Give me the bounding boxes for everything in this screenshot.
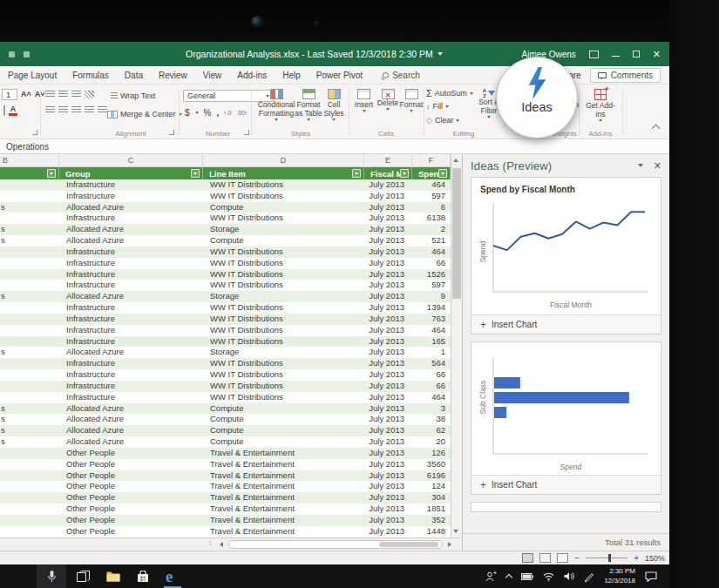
cell-fiscal-month[interactable]: July 2013 (364, 347, 412, 358)
grow-font-icon[interactable]: A˄ (21, 91, 31, 98)
cell-fiscal-month[interactable]: July 2013 (364, 459, 412, 470)
cell-line-item[interactable]: Compute (203, 202, 364, 213)
cell-b[interactable] (0, 504, 59, 515)
cell-fiscal-month[interactable]: July 2013 (364, 369, 412, 381)
align-middle-icon[interactable] (58, 91, 68, 98)
cell-spend[interactable]: 1526 (412, 269, 451, 280)
number-dialog-launcher[interactable] (244, 130, 249, 135)
table-row[interactable]: sAllocated AzureComputeJuly 201338 (0, 414, 451, 425)
cell-spend[interactable]: 124 (412, 481, 451, 492)
cell-group[interactable]: Allocated Azure (59, 347, 203, 358)
cell-group[interactable]: Other People (59, 492, 203, 504)
qat-icon[interactable] (9, 51, 15, 57)
cell-group[interactable]: Allocated Azure (59, 403, 203, 415)
increase-indent-icon[interactable] (98, 106, 107, 114)
align-left-icon[interactable] (45, 106, 55, 114)
cell-fiscal-month[interactable]: July 2013 (364, 202, 412, 213)
cell-line-item[interactable]: Compute (203, 425, 364, 436)
cell-group[interactable]: Infrastructure (59, 358, 203, 369)
insert-cells-button[interactable]: Insert (352, 89, 376, 112)
tab-formulas[interactable]: Formulas (64, 71, 117, 80)
zoom-level[interactable]: 150% (645, 554, 665, 563)
cell-b[interactable] (0, 358, 59, 369)
formula-bar[interactable]: Operations (0, 139, 669, 154)
tab-power-pivot[interactable]: Power Pivot (309, 71, 370, 80)
cell-group[interactable]: Allocated Azure (59, 414, 203, 425)
table-row[interactable]: InfrastructureWW IT DistributionsJuly 20… (0, 369, 451, 381)
cell-spend[interactable]: 464 (412, 179, 451, 191)
cell-b[interactable]: s (0, 403, 59, 415)
cell-line-item[interactable]: WW IT Distributions (203, 213, 364, 224)
cell-b[interactable] (0, 392, 59, 403)
font-color-button[interactable]: A (9, 105, 17, 116)
cell-group[interactable]: Infrastructure (59, 247, 203, 258)
cell-fiscal-month[interactable]: July 2013 (364, 403, 412, 415)
orientation-icon[interactable] (85, 91, 94, 98)
tab-add-ins[interactable]: Add-ins (229, 71, 275, 80)
cell-spend[interactable]: 9 (412, 291, 451, 302)
cell-b[interactable] (0, 526, 59, 537)
cell-fiscal-month[interactable]: July 2013 (364, 191, 412, 202)
table-row[interactable]: Other PeopleTravel & EntertainmentJuly 2… (0, 470, 451, 482)
cell-group[interactable]: Infrastructure (59, 336, 203, 348)
cell-spend[interactable]: 6196 (412, 470, 451, 482)
table-row[interactable]: Other PeopleTravel & EntertainmentJuly 2… (0, 515, 451, 526)
cell-line-item[interactable]: Travel & Entertainment (203, 459, 364, 470)
cell-b[interactable]: s (0, 235, 59, 247)
cell-fiscal-month[interactable]: July 2013 (364, 179, 412, 191)
cell-line-item[interactable]: WW IT Distributions (203, 269, 364, 280)
filter-button[interactable] (400, 169, 409, 178)
qat-icon[interactable] (24, 51, 30, 57)
cell-spend[interactable]: 564 (412, 358, 451, 369)
restore-button[interactable] (633, 51, 640, 57)
cell-b[interactable] (0, 325, 59, 336)
table-row[interactable]: Other PeopleTravel & EntertainmentJuly 2… (0, 448, 451, 459)
vertical-scroll-thumb[interactable] (452, 168, 461, 299)
align-top-icon[interactable] (45, 91, 55, 98)
table-row[interactable]: InfrastructureWW IT DistributionsJuly 20… (0, 381, 451, 392)
cell-b[interactable]: s (0, 224, 59, 235)
decrease-indent-icon[interactable] (85, 106, 94, 114)
cell-line-item[interactable]: Storage (203, 347, 364, 358)
cell-group[interactable]: Other People (59, 459, 203, 470)
cell-group[interactable]: Allocated Azure (59, 235, 203, 247)
normal-view-button[interactable] (522, 553, 533, 563)
cell-group[interactable]: Infrastructure (59, 314, 203, 325)
cell-group[interactable]: Allocated Azure (59, 224, 203, 235)
cell-line-item[interactable]: WW IT Distributions (203, 179, 364, 191)
autosum-button[interactable]: ΣAutoSum (426, 88, 473, 98)
insert-chart-button[interactable]: +Insert Chart (471, 475, 661, 494)
insert-chart-button[interactable]: +Insert Chart (471, 314, 661, 334)
cell-group[interactable]: Infrastructure (59, 302, 203, 314)
cell-b[interactable] (0, 258, 59, 269)
table-row[interactable]: InfrastructureWW IT DistributionsJuly 20… (0, 191, 451, 202)
table-row[interactable]: sAllocated AzureComputeJuly 20133 (0, 403, 451, 415)
cell-spend[interactable]: 464 (412, 392, 451, 403)
cell-b[interactable] (0, 481, 59, 492)
tab-review[interactable]: Review (151, 71, 195, 80)
zoom-slider[interactable] (586, 558, 627, 558)
microphone-button[interactable] (37, 564, 66, 588)
column-letter-F[interactable]: F (412, 154, 451, 166)
cell-fiscal-month[interactable]: July 2013 (364, 291, 412, 302)
decrease-decimal-button[interactable]: .00› (236, 110, 247, 116)
cell-line-item[interactable]: Travel & Entertainment (203, 481, 364, 492)
cell-b[interactable] (0, 470, 59, 482)
cell-fiscal-month[interactable]: July 2013 (364, 470, 412, 482)
cell-spend[interactable]: 3 (412, 403, 451, 415)
ideas-lens-callout[interactable]: Ideas (496, 57, 578, 139)
cell-spend[interactable]: 66 (412, 258, 451, 269)
table-row[interactable]: sAllocated AzureStorageJuly 20139 (0, 291, 451, 302)
cell-spend[interactable]: 521 (412, 235, 451, 247)
cell-b[interactable] (0, 459, 59, 470)
action-center-button[interactable] (645, 571, 657, 582)
table-row[interactable]: sAllocated AzureComputeJuly 20136 (0, 202, 451, 213)
cell-fiscal-month[interactable]: July 2013 (364, 504, 412, 515)
cell-b[interactable] (0, 280, 59, 291)
cell-line-item[interactable]: Compute (203, 414, 364, 425)
table-row[interactable]: InfrastructureWW IT DistributionsJuly 20… (0, 336, 451, 348)
align-bottom-icon[interactable] (71, 91, 81, 98)
column-letter-E[interactable]: E (364, 154, 412, 166)
cell-group[interactable]: Allocated Azure (59, 425, 203, 436)
cell-line-item[interactable]: WW IT Distributions (203, 258, 364, 269)
